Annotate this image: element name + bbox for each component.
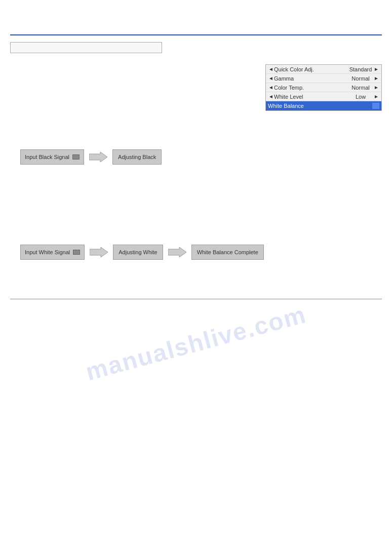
- menu-value-gamma: Normal: [348, 75, 373, 82]
- step2-input-box: Input White Signal: [20, 245, 85, 260]
- watermark: manualshlive.com: [83, 300, 309, 386]
- menu-label-color-temp: Color Temp.: [274, 85, 348, 91]
- arrow-left-gamma: ◄: [268, 75, 274, 81]
- arrow-left-quick-color: ◄: [268, 66, 274, 72]
- step2-arrow1: [90, 246, 108, 258]
- step2-complete-box: White Balance Complete: [191, 245, 264, 260]
- menu-label-quick-color: Quick Color Adj.: [274, 66, 348, 72]
- top-divider-line: [10, 34, 382, 35]
- menu-label-white-balance: White Balance: [268, 103, 370, 109]
- svg-marker-1: [90, 247, 108, 257]
- menu-row-white-level[interactable]: ◄ White Level Low ►: [266, 92, 381, 101]
- svg-marker-2: [168, 247, 186, 257]
- bottom-divider-line: [10, 299, 382, 299]
- menu-value-quick-color: Standard: [348, 66, 373, 72]
- step1-adjusting-label: Adjusting Black: [118, 154, 156, 160]
- arrow-right-quick-color: ►: [373, 66, 379, 72]
- step1-input-icon: [72, 154, 80, 160]
- arrow-left-white-level: ◄: [268, 94, 274, 99]
- arrow-right-color-temp: ►: [373, 85, 379, 90]
- title-box: [10, 42, 162, 53]
- arrow-right-white-level: ►: [373, 94, 379, 99]
- menu-row-quick-color[interactable]: ◄ Quick Color Adj. Standard ►: [266, 65, 381, 74]
- step2-input-icon: [73, 250, 80, 255]
- menu-row-color-temp[interactable]: ◄ Color Temp. Normal ►: [266, 83, 381, 92]
- step1-input-box: Input Black Signal: [20, 149, 84, 165]
- step2-diagram: Input White Signal Adjusting White White…: [20, 245, 264, 260]
- menu-panel: ◄ Quick Color Adj. Standard ► ◄ Gamma No…: [265, 64, 382, 111]
- step2-input-label: Input White Signal: [25, 249, 70, 255]
- svg-marker-0: [89, 152, 107, 162]
- arrow-right-gamma: ►: [373, 75, 379, 81]
- step2-adjusting-box: Adjusting White: [113, 245, 163, 260]
- white-balance-icon: [372, 103, 379, 109]
- menu-label-white-level: White Level: [274, 94, 348, 100]
- menu-value-white-level: Low: [348, 94, 373, 100]
- step1-input-label: Input Black Signal: [25, 154, 69, 160]
- arrow-left-color-temp: ◄: [268, 85, 274, 90]
- step1-diagram: Input Black Signal Adjusting Black: [20, 149, 162, 165]
- step1-arrow: [89, 151, 107, 163]
- menu-row-gamma[interactable]: ◄ Gamma Normal ►: [266, 74, 381, 83]
- step2-arrow2: [168, 246, 186, 258]
- menu-label-gamma: Gamma: [274, 75, 348, 82]
- menu-value-color-temp: Normal: [348, 85, 373, 91]
- menu-row-white-balance[interactable]: White Balance: [266, 101, 381, 110]
- step2-adjusting-label: Adjusting White: [119, 249, 157, 255]
- step1-adjusting-box: Adjusting Black: [112, 149, 162, 165]
- step2-complete-label: White Balance Complete: [197, 249, 258, 255]
